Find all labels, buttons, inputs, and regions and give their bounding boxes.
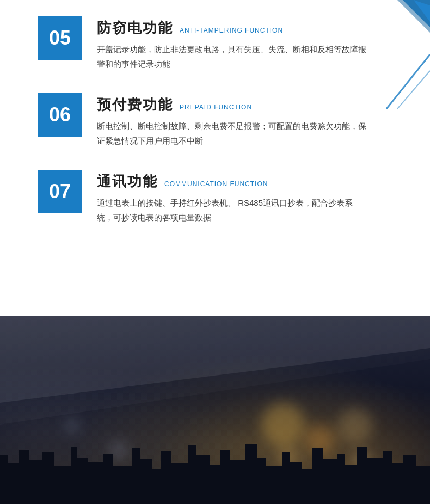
svg-rect-43 (403, 455, 416, 477)
svg-rect-9 (8, 463, 19, 477)
svg-rect-19 (132, 448, 140, 477)
svg-rect-29 (245, 444, 257, 477)
svg-rect-32 (282, 452, 290, 477)
svg-rect-31 (266, 466, 282, 477)
svg-rect-30 (257, 458, 266, 477)
svg-rect-12 (42, 452, 54, 477)
svg-line-2 (386, 54, 430, 109)
svg-rect-21 (152, 469, 161, 477)
svg-rect-18 (113, 466, 132, 477)
feature-title-cn-05: 防窃电功能 (97, 19, 173, 38)
feature-title-en-06: PREPAID FUNCTION (180, 103, 252, 111)
feature-title-row-07: 通讯功能 COMMUNICATION FUNCTION (97, 172, 369, 191)
feature-item-05: 05 防窃电功能 ANTI-TAMPERING FUNCTION 开盖记录功能，… (38, 16, 392, 71)
svg-rect-37 (337, 454, 345, 477)
feature-title-row-06: 预付费功能 PREPAID FUNCTION (97, 95, 369, 114)
svg-rect-28 (230, 460, 245, 477)
svg-rect-15 (77, 458, 88, 477)
feature-title-en-07: COMMUNICATION FUNCTION (164, 180, 268, 188)
svg-rect-41 (383, 451, 392, 477)
svg-rect-38 (345, 465, 357, 477)
svg-rect-20 (140, 459, 152, 477)
svg-rect-10 (19, 450, 29, 477)
svg-rect-35 (312, 448, 323, 477)
svg-rect-44 (416, 466, 430, 477)
svg-rect-23 (171, 463, 188, 477)
deco-lines-top-right (343, 0, 430, 109)
svg-rect-25 (196, 455, 210, 477)
feature-desc-07: 通过电表上的按键、手持红外抄表机、 RS485通讯口抄表，配合抄表系统，可抄读电… (97, 195, 369, 225)
svg-rect-40 (367, 458, 383, 477)
feature-content-06: 预付费功能 PREPAID FUNCTION 断电控制、断电控制故障、剩余电费不… (97, 93, 369, 148)
svg-rect-27 (220, 450, 230, 477)
svg-rect-16 (88, 462, 103, 477)
feature-content-07: 通讯功能 COMMUNICATION FUNCTION 通过电表上的按键、手持红… (97, 170, 369, 225)
svg-rect-42 (392, 463, 403, 477)
svg-rect-26 (210, 465, 220, 477)
svg-rect-34 (302, 469, 312, 477)
svg-rect-22 (161, 451, 171, 477)
feature-desc-06: 断电控制、断电控制故障、剩余电费不足报警；可配置的电费赊欠功能，保证紧急情况下用… (97, 119, 369, 148)
feature-number-06: 06 (38, 93, 82, 137)
bottom-section (0, 316, 430, 504)
svg-rect-13 (54, 466, 71, 477)
svg-rect-8 (0, 455, 8, 477)
svg-rect-33 (290, 462, 302, 477)
page-wrapper: 05 防窃电功能 ANTI-TAMPERING FUNCTION 开盖记录功能，… (0, 0, 430, 504)
feature-title-cn-06: 预付费功能 (97, 95, 173, 114)
feature-title-cn-07: 通讯功能 (97, 172, 158, 191)
svg-rect-17 (103, 454, 113, 477)
svg-rect-11 (29, 460, 42, 477)
feature-desc-05: 开盖记录功能，防止非法更改电路，具有失压、失流、断相和反相等故障报警和的事件记录… (97, 42, 369, 71)
svg-rect-36 (323, 459, 337, 477)
top-section: 05 防窃电功能 ANTI-TAMPERING FUNCTION 开盖记录功能，… (0, 0, 430, 316)
city-silhouette (0, 439, 430, 504)
feature-item-06: 06 预付费功能 PREPAID FUNCTION 断电控制、断电控制故障、剩余… (38, 93, 392, 148)
feature-number-07: 07 (38, 170, 82, 213)
feature-title-en-05: ANTI-TAMPERING FUNCTION (180, 27, 283, 34)
svg-rect-24 (188, 445, 196, 477)
feature-item-07: 07 通讯功能 COMMUNICATION FUNCTION 通过电表上的按键、… (38, 170, 392, 225)
feature-number-05: 05 (38, 16, 82, 60)
feature-content-05: 防窃电功能 ANTI-TAMPERING FUNCTION 开盖记录功能，防止非… (97, 16, 369, 71)
feature-title-row-05: 防窃电功能 ANTI-TAMPERING FUNCTION (97, 19, 369, 38)
svg-rect-14 (71, 447, 77, 477)
svg-rect-39 (357, 447, 367, 477)
